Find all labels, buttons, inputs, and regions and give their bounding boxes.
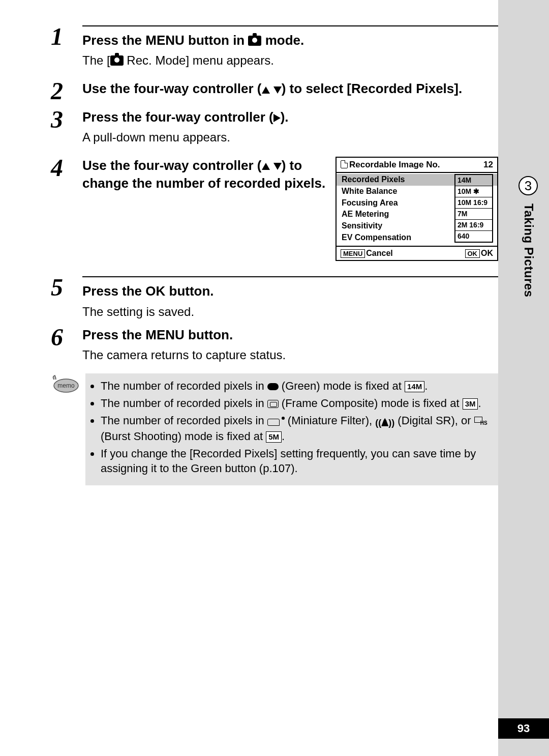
ok-button-icon: OK bbox=[465, 249, 480, 258]
text: OK bbox=[481, 249, 493, 257]
step-title: Press the four-way controller (). bbox=[82, 108, 498, 126]
step-title: Press the MENU button. bbox=[82, 326, 498, 344]
side-gutter: 3 Taking Pictures 93 bbox=[498, 0, 549, 756]
screen-menu-list: Recorded Pixels White Balance Focusing A… bbox=[337, 173, 497, 246]
step-desc: A pull-down menu appears. bbox=[82, 129, 498, 146]
chapter-number-badge: 3 bbox=[518, 176, 538, 195]
page-number: 93 bbox=[498, 718, 549, 739]
pixel-badge: 3M bbox=[463, 398, 478, 410]
digital-sr-icon bbox=[375, 417, 394, 429]
up-triangle-icon bbox=[262, 163, 270, 170]
down-triangle-icon bbox=[273, 86, 282, 94]
step-3: 3 Press the four-way controller (). A pu… bbox=[51, 106, 498, 155]
miniature-filter-icon bbox=[267, 417, 285, 426]
screen-footer: MENUCancel OKOK bbox=[337, 246, 497, 260]
text: Press the bbox=[82, 283, 145, 299]
step-number: 1 bbox=[51, 23, 82, 49]
step-number: 2 bbox=[51, 78, 82, 103]
camera-icon bbox=[248, 36, 261, 46]
step-1: 1 Press the MENU button in mode. The [ R… bbox=[51, 23, 498, 78]
step-desc: The [ Rec. Mode] menu appears. bbox=[82, 52, 498, 69]
memo-item: The number of recorded pixels in (Frame … bbox=[101, 396, 492, 411]
text: The number of recorded pixels in bbox=[101, 397, 267, 410]
step-number: 4 bbox=[51, 155, 82, 180]
step-number: 5 bbox=[51, 274, 82, 300]
memo-item: The number of recorded pixels in (Green)… bbox=[101, 379, 492, 394]
text: Press the bbox=[82, 33, 145, 48]
down-triangle-icon bbox=[273, 163, 282, 170]
burst-shooting-icon bbox=[474, 417, 486, 426]
memo-block: memo The number of recorded pixels in (G… bbox=[51, 373, 498, 485]
text: (Burst Shooting) mode is fixed at bbox=[101, 430, 266, 443]
text: Focusing Area bbox=[342, 198, 398, 209]
text: . bbox=[282, 430, 285, 443]
menu-button-label: MENU bbox=[145, 33, 185, 48]
camera-screen-preview: Recordable Image No. 12 Recorded Pixels … bbox=[336, 157, 498, 261]
text: button. bbox=[185, 327, 233, 342]
memo-item: The number of recorded pixels in (Miniat… bbox=[101, 413, 492, 444]
dropdown-item: 10M ✱ bbox=[455, 186, 492, 197]
text: The number of recorded pixels in bbox=[101, 414, 267, 427]
text: Rec. Mode] menu appears. bbox=[124, 53, 274, 67]
step-4: 4 Use the four-way controller ( ) to cha… bbox=[51, 155, 498, 274]
step-number: 3 bbox=[51, 106, 82, 132]
pixel-badge: 14M bbox=[405, 381, 424, 392]
dropdown-item: 2M 16:9 bbox=[455, 220, 492, 231]
step-number: 6 bbox=[51, 324, 82, 350]
text: . bbox=[424, 380, 428, 392]
dropdown-item: 10M 16:9 bbox=[455, 197, 492, 209]
up-triangle-icon bbox=[262, 86, 270, 94]
text: The [ bbox=[82, 53, 110, 67]
text: Cancel bbox=[366, 249, 392, 257]
pixels-dropdown: 14M 10M ✱ 10M 16:9 7M 2M 16:9 640 bbox=[454, 174, 493, 243]
text: Recorded Pixels bbox=[342, 175, 405, 185]
memory-card-icon bbox=[341, 160, 348, 168]
text: . bbox=[478, 397, 481, 410]
memo-icon: memo bbox=[51, 373, 80, 394]
text: White Balance bbox=[342, 186, 397, 197]
dropdown-item: 640 bbox=[455, 231, 492, 242]
step-title: Use the four-way controller ( ) to chang… bbox=[82, 157, 328, 192]
chapter-title: Taking Pictures bbox=[522, 203, 536, 297]
text: mode. bbox=[261, 33, 304, 48]
ok-button-label: OK bbox=[145, 283, 165, 299]
camera-icon bbox=[110, 55, 124, 66]
text: Recordable Image No. bbox=[349, 160, 440, 169]
menu-button-icon: MENU bbox=[341, 249, 365, 258]
text: (Frame Composite) mode is fixed at bbox=[279, 397, 463, 410]
screen-header: Recordable Image No. 12 bbox=[337, 158, 497, 173]
memo-box: The number of recorded pixels in (Green)… bbox=[85, 373, 498, 485]
text: (Miniature Filter), bbox=[285, 414, 375, 427]
text: Press the bbox=[82, 327, 145, 342]
text: button in bbox=[185, 33, 249, 48]
menu-button-label: MENU bbox=[145, 327, 185, 342]
step-desc: The camera returns to capture status. bbox=[82, 347, 498, 363]
step-6: 6 Press the MENU button. The camera retu… bbox=[51, 324, 498, 367]
text: (Digital SR), or bbox=[394, 414, 474, 427]
memo-item: If you change the [Recorded Pixels] sett… bbox=[101, 446, 492, 476]
dropdown-item: 14M bbox=[455, 175, 492, 186]
green-mode-icon bbox=[267, 383, 279, 390]
right-triangle-icon bbox=[273, 114, 281, 122]
step-5: 5 Press the OK button. The setting is sa… bbox=[51, 274, 498, 324]
text: Sensitivity bbox=[342, 221, 382, 231]
frame-composite-icon bbox=[267, 400, 279, 408]
text: (Green) mode is fixed at bbox=[279, 380, 405, 392]
text: EV Compensation bbox=[342, 232, 411, 243]
step-title: Press the OK button. bbox=[82, 276, 498, 300]
recordable-count: 12 bbox=[483, 160, 493, 170]
pixel-badge: 5M bbox=[266, 431, 282, 443]
dropdown-item: 7M bbox=[455, 209, 492, 220]
text: AE Metering bbox=[342, 209, 389, 220]
svg-text:memo: memo bbox=[57, 382, 75, 389]
step-title: Press the MENU button in mode. bbox=[82, 25, 498, 49]
step-desc: The setting is saved. bbox=[82, 304, 498, 320]
step-2: 2 Use the four-way controller ( ) to sel… bbox=[51, 78, 498, 106]
text: The number of recorded pixels in bbox=[101, 380, 267, 392]
text: button. bbox=[165, 283, 214, 299]
step-title: Use the four-way controller ( ) to selec… bbox=[82, 80, 498, 98]
page-content: 1 Press the MENU button in mode. The [ R… bbox=[51, 23, 498, 485]
